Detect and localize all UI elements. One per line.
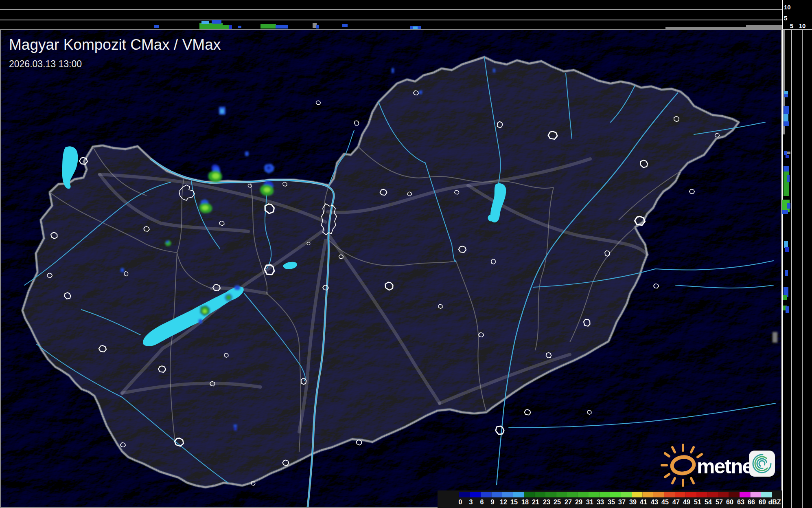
legend-color-bar [459,492,772,497]
legend-unit-label: dBZ [768,499,781,506]
radar-composite-image: Magyar Kompozit CMax / VMax 2026.03.13 1… [0,0,812,508]
svg-text:57: 57 [716,499,723,506]
svg-text:27: 27 [565,499,572,506]
svg-text:23: 23 [543,499,550,506]
vmax-top-panel [0,0,782,29]
svg-text:29: 29 [575,499,582,506]
svg-text:45: 45 [661,499,669,506]
svg-text:0: 0 [459,499,462,506]
app-icon [749,451,775,477]
svg-text:37: 37 [618,499,626,506]
svg-text:35: 35 [608,499,615,506]
svg-text:33: 33 [597,499,604,506]
legend-tick-labels: 0 3 6 9 12 15 18 21 23 25 27 29 31 33 35… [459,499,781,506]
svg-text:31: 31 [586,499,593,506]
svg-text:39: 39 [629,499,637,506]
svg-text:9: 9 [491,499,495,506]
svg-text:47: 47 [672,499,680,506]
svg-text:18: 18 [521,499,529,506]
svg-text:43: 43 [651,499,658,506]
radar-map: Magyar Kompozit CMax / VMax 2026.03.13 1… [0,29,782,508]
corner-label-10: 10 [784,4,791,11]
right-axis-label-10: 10 [799,22,806,29]
svg-text:6: 6 [480,499,484,506]
svg-text:12: 12 [500,499,507,506]
svg-text:54: 54 [705,499,712,506]
echo-gray-edge [773,332,777,343]
right-panel-background [782,0,812,508]
svg-text:60: 60 [726,499,733,506]
timestamp: 2026.03.13 13:00 [9,59,82,69]
svg-text:49: 49 [683,499,690,506]
svg-text:63: 63 [737,499,744,506]
svg-text:3: 3 [469,499,473,506]
right-axis-label-5: 5 [790,22,793,29]
vmax-right-panel: 10 5 5 10 [782,0,812,508]
page-title: Magyar Kompozit CMax / VMax [9,36,221,53]
dbz-legend: 0 3 6 9 12 15 18 21 23 25 27 29 31 33 35… [438,490,782,508]
svg-text:69: 69 [759,499,766,506]
svg-text:25: 25 [554,499,561,506]
top-panel-background [0,0,782,29]
svg-text:66: 66 [748,499,755,506]
svg-text:51: 51 [694,499,701,506]
radar-app-window: Magyar Kompozit CMax / VMax 2026.03.13 1… [0,0,812,508]
svg-text:21: 21 [532,499,539,506]
corner-label-5: 5 [784,15,787,22]
svg-text:41: 41 [640,499,647,506]
top-panel-border-projection2 [746,25,782,29]
svg-text:15: 15 [510,499,518,506]
